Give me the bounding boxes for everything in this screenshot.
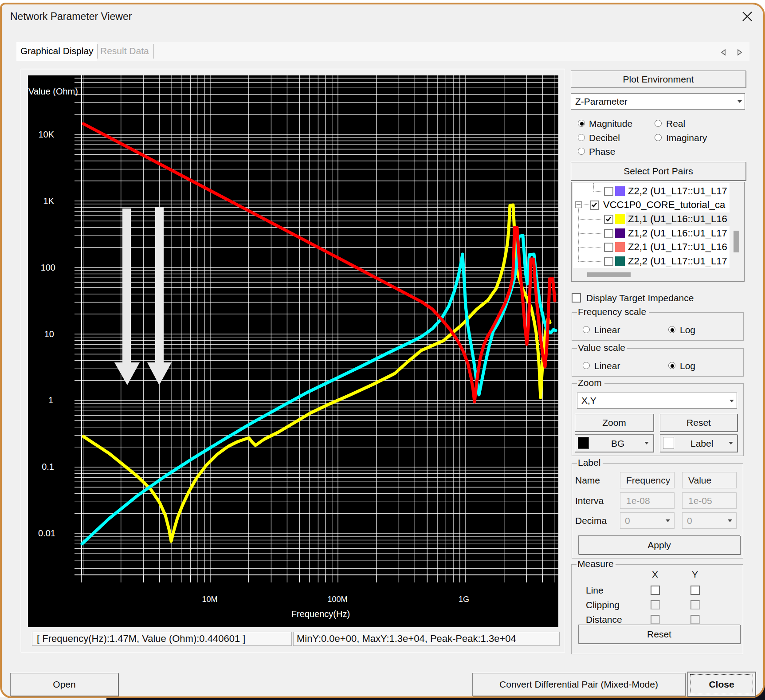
svg-text:100: 100: [41, 263, 55, 272]
svg-text:0.1: 0.1: [42, 462, 54, 472]
svg-text:10K: 10K: [38, 130, 54, 139]
svg-text:10M: 10M: [202, 595, 217, 604]
svg-text:1: 1: [48, 395, 53, 405]
svg-text:1G: 1G: [459, 595, 469, 604]
svg-text:10: 10: [44, 329, 54, 339]
svg-text:100M: 100M: [327, 595, 347, 604]
svg-text:Value (Ohm): Value (Ohm): [28, 87, 78, 96]
svg-text:1K: 1K: [43, 196, 55, 206]
svg-text:0.01: 0.01: [38, 528, 55, 538]
svg-text:Frequency(Hz): Frequency(Hz): [291, 609, 350, 619]
